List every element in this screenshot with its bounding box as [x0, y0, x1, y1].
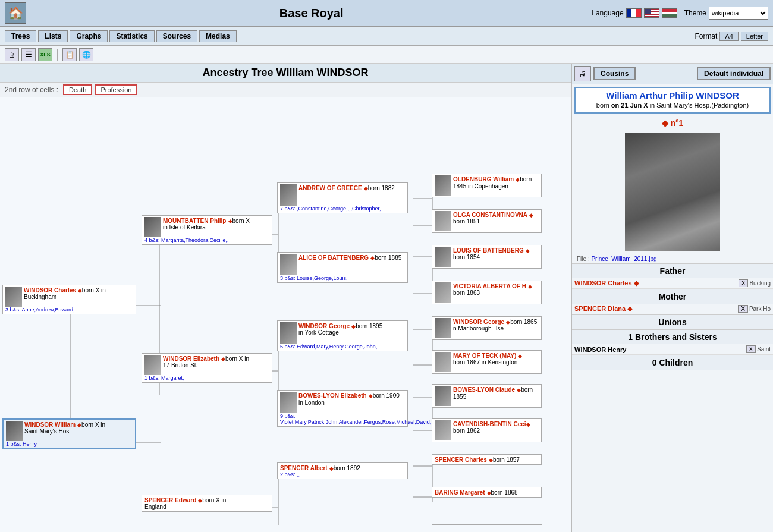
theme-label: Theme [684, 9, 706, 17]
person-charles[interactable]: WINDSOR Charles ◆born X in Buckingham 3 … [2, 285, 136, 314]
father-name: WINDSOR Charles ◆ [574, 279, 737, 287]
row-controls-label: 2nd row of cells : [5, 86, 58, 94]
nav-medias[interactable]: Medias [199, 30, 237, 42]
born-date: on 21 Jun X [611, 102, 648, 109]
file-label: File : [577, 256, 591, 262]
william-place: Saint Mary's Hos [24, 428, 105, 435]
person-cavendish[interactable]: CAVENDISH-BENTIN Ceci◆ born 1862 [432, 418, 542, 442]
file-link[interactable]: Prince_William_2011.jpg [591, 256, 656, 262]
print-btn-right[interactable]: 🖨 [574, 66, 591, 81]
william-name: WINDSOR William [24, 421, 76, 428]
mother-name: SPENCER Diana ◆ [574, 305, 737, 313]
list-icon[interactable]: ☰ [21, 48, 36, 61]
born-place: in Saint Mary's Hosp.(Paddington) [650, 102, 749, 109]
person-spencer-charles[interactable]: SPENCER Charles ◆born 1857 [432, 454, 542, 465]
person-spencer-edward[interactable]: SPENCER Edward ◆born X in England [142, 495, 272, 512]
person-olga[interactable]: OLGA CONSTANTINOVNA ◆ born 1851 [432, 209, 542, 233]
father-location: Bucking [749, 280, 771, 287]
person-george-1895[interactable]: WINDSOR George ◆born 1895 in York Cottag… [277, 320, 408, 351]
person-oldenburg[interactable]: OLDENBURG William ◆born 1845 in Copenhag… [432, 174, 542, 197]
mother-location: Park Ho [749, 306, 771, 312]
format-letter[interactable]: Letter [741, 32, 768, 41]
number-badge: ◆ n°1 [572, 116, 773, 130]
william-siblings: 1 b&s: Henry, [6, 441, 133, 447]
nav-trees[interactable]: Trees [5, 30, 36, 42]
person-louis-battenberg[interactable]: LOUIS OF BATTENBERG ◆ born 1854 [432, 245, 542, 269]
father-x-btn[interactable]: X [739, 279, 749, 287]
individual-born: born on 21 Jun X in Saint Mary's Hosp.(P… [578, 100, 767, 110]
born-label: born [596, 102, 611, 109]
mother-row[interactable]: SPENCER Diana ◆ X Park Ho [572, 304, 773, 314]
nav-sources[interactable]: Sources [156, 30, 197, 42]
person-william[interactable]: WINDSOR William ◆born X in Saint Mary's … [2, 418, 136, 449]
person-mary-teck[interactable]: MARY OF TECK (MAY) ◆ born 1867 in Kensin… [432, 350, 542, 374]
tree-title: Ancestry Tree William WINDSOR [0, 64, 571, 83]
app-title: Base Royal [31, 7, 592, 20]
siblings-section-title: 1 Brothers and Sisters [572, 329, 773, 344]
person-baring[interactable]: BARING Margaret ◆born 1868 [432, 487, 542, 498]
copy-icon[interactable]: 📋 [62, 48, 77, 61]
person-andrew[interactable]: ANDREW OF GREECE ◆born 1882 7 b&s: ,Cons… [277, 182, 408, 213]
death-btn[interactable]: Death [63, 84, 92, 95]
format-a4[interactable]: A4 [719, 32, 738, 41]
person-george-1865[interactable]: WINDSOR George ◆born 1865 n Marlborough … [432, 316, 542, 340]
mother-x-btn[interactable]: X [738, 305, 748, 313]
theme-section: Theme wikipedia [684, 7, 768, 20]
profession-btn[interactable]: Profession [95, 84, 137, 95]
father-section-title: Father [572, 263, 773, 278]
lang-label: Language [592, 9, 623, 17]
file-info: File : Prince_William_2011.jpg [572, 254, 773, 263]
nav-graphs[interactable]: Graphs [70, 30, 108, 42]
sibling-name: WINDSOR Henry [574, 346, 745, 353]
excel-icon[interactable]: XLS [38, 48, 52, 61]
sibling-location: Saint [757, 346, 771, 352]
print-icon[interactable]: 🖨 [5, 48, 19, 61]
theme-select[interactable]: wikipedia [709, 7, 768, 20]
photo-area [572, 130, 773, 254]
nav-lists[interactable]: Lists [38, 30, 68, 42]
sibling-henry-row[interactable]: WINDSOR Henry X Saint [572, 344, 773, 355]
person-victoria[interactable]: VICTORIA ALBERTA OF H ◆ born 1863 [432, 281, 542, 304]
mother-section-title: Mother [572, 289, 773, 304]
globe-icon[interactable]: 🌐 [79, 48, 93, 61]
person-elizabeth[interactable]: WINDSOR Elizabeth ◆born X in 17 Bruton S… [142, 353, 272, 383]
person-hamilton-james[interactable]: HAMILTON James ◆born 1869 [432, 524, 542, 525]
language-section: Language [592, 8, 677, 18]
person-bowes-lyon[interactable]: BOWES-LYON Elizabeth ◆born 1900 in Londo… [277, 390, 408, 427]
sibling-x-btn[interactable]: X [746, 345, 756, 353]
default-individual-btn[interactable]: Default individual [697, 67, 771, 80]
nav-statistics[interactable]: Statistics [109, 30, 154, 42]
individual-photo[interactable] [625, 133, 720, 251]
individual-name[interactable]: William Arthur Philip WINDSOR [578, 90, 767, 100]
unions-section-title: Unions [572, 314, 773, 329]
home-button[interactable]: 🏠 [5, 2, 26, 24]
person-spencer-albert[interactable]: SPENCER Albert ◆born 1892 2 b&s: ,, [277, 462, 408, 479]
flag-us[interactable] [644, 8, 659, 18]
father-row[interactable]: WINDSOR Charles ◆ X Bucking [572, 278, 773, 289]
flag-hu[interactable] [662, 8, 677, 18]
format-label: Format [695, 32, 717, 40]
children-section-title: 0 Children [572, 355, 773, 370]
cousins-btn[interactable]: Cousins [593, 67, 636, 80]
person-philip[interactable]: MOUNTBATTEN Philip ◆born X in Isle of Ke… [142, 215, 272, 245]
flag-fr[interactable] [626, 8, 642, 18]
person-alice[interactable]: ALICE OF BATTENBERG ◆born 1885 3 b&s: Lo… [277, 252, 408, 283]
person-bowes-lyon-claude[interactable]: BOWES-LYON Claude ◆born 1855 [432, 384, 542, 408]
